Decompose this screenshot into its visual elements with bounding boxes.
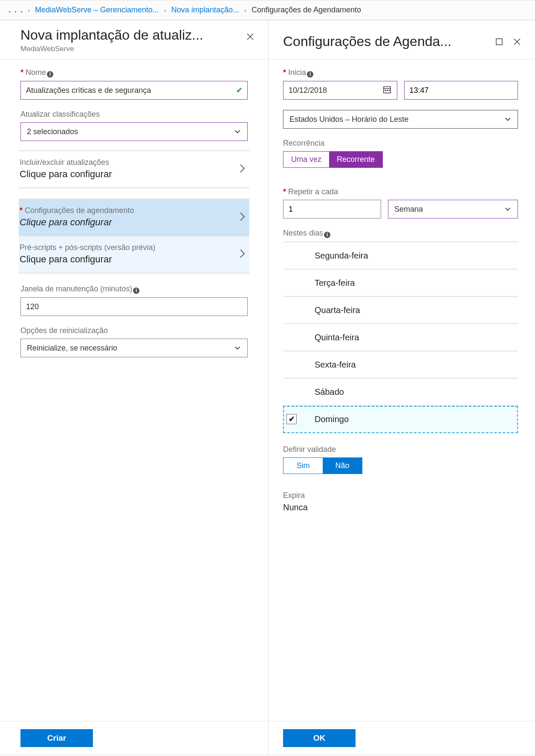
day-row[interactable]: Quinta-feira	[283, 324, 518, 351]
repeat-every-input[interactable]	[283, 200, 381, 218]
breadcrumb-current: Configurações de Agendamento	[252, 6, 361, 14]
square-icon	[495, 37, 503, 46]
info-icon[interactable]: i	[324, 232, 330, 238]
breadcrumb: . . . › MediaWebServe – Gerenciamento...…	[0, 0, 535, 20]
svg-rect-9	[388, 89, 390, 91]
chevron-right-icon	[239, 163, 246, 176]
item-action: Clique para configurar	[20, 254, 112, 264]
recurrence-once[interactable]: Uma vez	[283, 152, 329, 167]
timezone-value: Estados Unidos – Horário do Leste	[289, 115, 408, 124]
breadcrumb-link-1[interactable]: Nova implantação...	[171, 6, 239, 14]
panel-title: Configurações de Agenda...	[283, 34, 493, 49]
day-row[interactable]: Quarta-feira	[283, 297, 518, 324]
expiration-toggle: Sim Não	[283, 457, 362, 474]
day-row[interactable]: Sexta-feira	[283, 351, 518, 379]
day-row[interactable]: Sábado	[283, 379, 518, 406]
info-icon[interactable]: i	[307, 71, 313, 78]
day-label: Terça-feira	[315, 278, 355, 288]
create-button[interactable]: Criar	[20, 729, 93, 747]
chevron-down-icon	[234, 128, 241, 135]
day-label: Quarta-feira	[315, 305, 360, 315]
name-input[interactable]	[20, 81, 248, 100]
item-action: Clique para configurar	[20, 169, 112, 179]
chevron-down-icon	[504, 115, 512, 123]
close-button[interactable]	[511, 36, 523, 48]
ok-button[interactable]: OK	[283, 729, 356, 747]
item-include-exclude[interactable]: Incluir/excluir atualizações Clique para…	[19, 150, 249, 188]
days-label: Nestes diasi	[283, 229, 518, 238]
svg-rect-8	[387, 89, 388, 91]
chevron-right-icon	[239, 211, 246, 224]
info-icon[interactable]: i	[133, 287, 139, 294]
set-expiration-label: Definir validade	[283, 445, 518, 454]
item-schedule-settings[interactable]: Configurações de agendamento Clique para…	[19, 198, 249, 236]
expires-label: Expira	[283, 491, 518, 500]
recurrence-toggle: Uma vez Recorrente	[283, 151, 383, 168]
day-row[interactable]: Terça-feira	[283, 270, 518, 297]
day-label: Segunda-feira	[315, 251, 368, 261]
start-date-input[interactable]: 10/12/2018	[283, 81, 397, 100]
close-icon	[246, 32, 254, 41]
valid-check-icon: ✔	[236, 86, 243, 95]
repeat-unit-dropdown[interactable]: Semana	[388, 200, 518, 218]
maintenance-window-label: Janela de manutenção (minutos)i	[20, 285, 248, 294]
maximize-button[interactable]	[493, 36, 505, 48]
svg-rect-5	[383, 86, 390, 93]
calendar-icon	[382, 85, 392, 96]
classifications-dropdown[interactable]: 2 selecionados	[20, 122, 248, 141]
chevron-right-icon: ›	[244, 6, 246, 14]
classifications-label: Atualizar classificações	[20, 110, 248, 119]
close-icon	[513, 37, 521, 46]
item-pre-post-scripts[interactable]: Pré-scripts + pós-scripts (versão prévia…	[19, 236, 249, 273]
day-row[interactable]: Segunda-feira	[283, 242, 518, 270]
start-time-input[interactable]	[404, 81, 518, 100]
item-title: Incluir/excluir atualizações	[20, 158, 247, 167]
close-button[interactable]	[244, 31, 256, 43]
chevron-down-icon	[234, 344, 241, 352]
repeat-unit-value: Semana	[394, 205, 423, 214]
day-checkbox[interactable]	[286, 414, 297, 424]
info-icon[interactable]: i	[47, 71, 53, 78]
timezone-select[interactable]: Estados Unidos – Horário do Leste	[283, 110, 518, 129]
chevron-down-icon	[504, 205, 512, 213]
panel-new-deployment: Nova implantação de atualiz... MediaWebS…	[0, 20, 269, 755]
reboot-options-label: Opções de reinicialização	[20, 326, 248, 335]
reboot-options-value: Reinicialize, se necessário	[27, 344, 117, 353]
repeat-label: Repetir a cada	[283, 187, 518, 196]
name-label: Nomei	[20, 68, 248, 78]
chevron-right-icon: ›	[28, 6, 30, 14]
breadcrumb-more[interactable]: . . .	[9, 6, 23, 14]
chevron-right-icon: ›	[164, 6, 166, 14]
item-title: Pré-scripts + pós-scripts (versão prévia…	[20, 243, 247, 252]
recurrence-recurrent[interactable]: Recorrente	[329, 152, 382, 167]
expiration-no[interactable]: Não	[323, 458, 362, 474]
day-label: Quinta-feira	[315, 333, 359, 342]
maintenance-window-input[interactable]	[20, 297, 248, 316]
days-list: Segunda-feiraTerça-feiraQuarta-feiraQuin…	[283, 241, 518, 433]
breadcrumb-link-0[interactable]: MediaWebServe – Gerenciamento...	[35, 6, 159, 14]
panel-title: Nova implantação de atualiz...	[20, 27, 244, 43]
expiration-yes[interactable]: Sim	[283, 458, 323, 474]
item-action: Clique para configurar	[20, 217, 112, 227]
svg-rect-7	[385, 89, 386, 91]
start-label: Iniciai	[283, 68, 518, 78]
item-title: Configurações de agendamento	[20, 206, 247, 215]
expires-value: Nunca	[283, 503, 518, 512]
day-label: Sexta-feira	[315, 360, 356, 370]
recurrence-label: Recorrência	[283, 139, 518, 148]
day-row[interactable]: Domingo	[283, 406, 518, 433]
reboot-options-dropdown[interactable]: Reinicialize, se necessário	[20, 339, 248, 357]
panel-subtitle: MediaWebServe	[20, 45, 244, 53]
day-label: Domingo	[315, 414, 349, 424]
panel-schedule-settings: Configurações de Agenda... Iniciai 10/12…	[269, 20, 535, 755]
day-label: Sábado	[315, 387, 344, 397]
classifications-value: 2 selecionados	[27, 127, 78, 136]
start-date-value: 10/12/2018	[289, 86, 327, 95]
chevron-right-icon	[239, 248, 246, 261]
svg-rect-2	[496, 39, 502, 45]
